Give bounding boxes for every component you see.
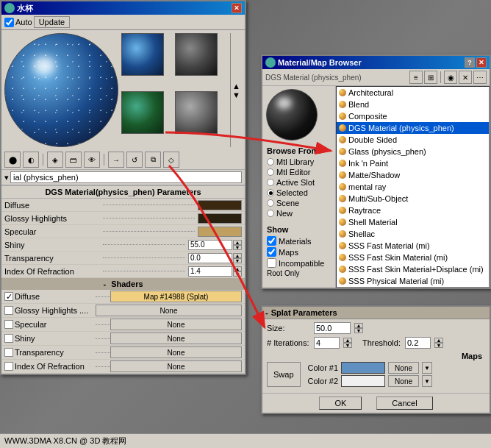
param-value-transparency[interactable]: 0.0 bbox=[188, 253, 232, 263]
list-item-sss-physical[interactable]: SSS Physical Material (mi) bbox=[337, 275, 489, 287]
backlight-btn[interactable]: ◐ bbox=[23, 152, 39, 168]
browser-list-btn[interactable]: ≡ bbox=[409, 71, 423, 84]
browse-from-section: Browse From: Mtl Library Mtl Editor Acti… bbox=[262, 143, 335, 222]
scroll-arrow-up[interactable]: ▲ bbox=[232, 82, 240, 90]
mat-thumb-3[interactable] bbox=[121, 91, 164, 134]
list-item-glass[interactable]: Glass (physics_phen) bbox=[337, 146, 489, 157]
shader-map-specular[interactable]: None bbox=[110, 319, 242, 330]
shader-map-diffuse[interactable]: Map #14988 (Splat) bbox=[110, 291, 242, 302]
thumb-scrollbar[interactable]: ▲ ▼ bbox=[230, 33, 242, 147]
list-item-sss-fast[interactable]: SSS Fast Material (mi) bbox=[337, 240, 489, 252]
color1-swatch[interactable] bbox=[341, 362, 385, 374]
shader-check-glossy[interactable] bbox=[4, 306, 13, 315]
browser-color-btn[interactable]: ◉ bbox=[444, 71, 457, 84]
mat-thumb-2[interactable] bbox=[175, 33, 218, 76]
sample-type-btn[interactable]: ⬤ bbox=[4, 152, 21, 168]
shader-map-glossy[interactable]: None bbox=[96, 305, 242, 316]
list-item-architectural[interactable]: Architectural bbox=[337, 87, 489, 99]
list-item-matte[interactable]: Matte/Shadow bbox=[337, 169, 489, 181]
reset-btn[interactable]: ↺ bbox=[126, 152, 143, 168]
make-unique-btn[interactable]: ◇ bbox=[163, 152, 179, 168]
browser-close-btn[interactable]: ✕ bbox=[476, 57, 487, 68]
shader-check-transparency[interactable] bbox=[4, 348, 13, 357]
splat-collapse-btn[interactable]: - bbox=[265, 308, 268, 317]
transparency-up[interactable]: ▲ bbox=[233, 253, 242, 258]
list-item-double-sided[interactable]: Double Sided bbox=[337, 134, 489, 146]
material-btn[interactable]: ◈ bbox=[47, 152, 63, 168]
param-value-glossy[interactable] bbox=[198, 213, 242, 224]
splat-threshold-input[interactable] bbox=[405, 337, 431, 349]
list-item-blend[interactable]: Blend bbox=[337, 99, 489, 110]
shaders-minus[interactable]: - bbox=[103, 280, 106, 288]
auto-checkbox[interactable] bbox=[4, 18, 14, 27]
list-item-composite[interactable]: Composite bbox=[337, 110, 489, 122]
show-materials-check[interactable] bbox=[267, 236, 276, 246]
radio-active-slot[interactable]: Active Slot bbox=[267, 178, 331, 187]
map-btn[interactable]: 🗃 bbox=[65, 152, 82, 168]
ok-button[interactable]: OK bbox=[319, 397, 362, 410]
close-button[interactable]: ✕ bbox=[232, 3, 242, 13]
ior-down[interactable]: ▼ bbox=[233, 271, 242, 277]
show-maps-check[interactable] bbox=[267, 247, 276, 257]
cancel-button[interactable]: Cancel bbox=[376, 397, 432, 410]
list-item-multi[interactable]: Multi/Sub-Object bbox=[337, 193, 489, 205]
swap-button[interactable]: Swap bbox=[267, 362, 301, 387]
radio-scene[interactable]: Scene bbox=[267, 199, 331, 207]
browser-del-btn[interactable]: ✕ bbox=[459, 71, 472, 84]
param-value-ior[interactable]: 1.4 bbox=[188, 266, 232, 277]
shader-check-ior[interactable] bbox=[4, 362, 13, 371]
splat-threshold-down[interactable]: ▼ bbox=[434, 343, 443, 348]
shader-check-specular[interactable] bbox=[4, 320, 13, 329]
splat-iter-down[interactable]: ▼ bbox=[343, 343, 352, 348]
list-item-mental-ray[interactable]: mental ray bbox=[337, 181, 489, 193]
copy-btn[interactable]: ⧉ bbox=[145, 152, 161, 168]
update-button[interactable]: Update bbox=[34, 16, 70, 28]
splat-threshold-up[interactable]: ▲ bbox=[434, 338, 443, 343]
splat-size-input[interactable] bbox=[314, 322, 351, 334]
param-value-specular[interactable] bbox=[198, 227, 242, 237]
color1-dropdown[interactable]: ▼ bbox=[422, 362, 432, 374]
list-item-sss-displace[interactable]: SSS Fast Skin Material+Displace (mi) bbox=[337, 263, 489, 275]
mat-thumb-1[interactable] bbox=[121, 33, 164, 76]
splat-size-down[interactable]: ▼ bbox=[354, 328, 363, 333]
transparency-down[interactable]: ▼ bbox=[233, 258, 242, 263]
color2-swatch[interactable] bbox=[341, 375, 385, 387]
browser-more-btn[interactable]: ⋯ bbox=[473, 71, 487, 84]
list-item-shell[interactable]: Shell Material bbox=[337, 216, 489, 228]
mat-sphere-large[interactable] bbox=[4, 33, 118, 147]
assign-btn[interactable]: → bbox=[108, 152, 124, 168]
color2-dropdown[interactable]: ▼ bbox=[422, 375, 432, 387]
list-item-sss-skin[interactable]: SSS Fast Skin Material (mi) bbox=[337, 252, 489, 263]
splat-iter-input[interactable] bbox=[314, 337, 340, 349]
ior-up[interactable]: ▲ bbox=[233, 266, 242, 271]
splat-size-up[interactable]: ▲ bbox=[354, 323, 363, 328]
param-value-diffuse[interactable] bbox=[198, 200, 242, 210]
browser-title: Material/Map Browser bbox=[278, 58, 362, 67]
list-item-raytrace[interactable]: Raytrace bbox=[337, 205, 489, 216]
show-incompatible-check[interactable] bbox=[267, 258, 276, 268]
radio-new[interactable]: New bbox=[267, 209, 331, 218]
color1-map-btn[interactable]: None bbox=[388, 362, 419, 374]
shader-check-diffuse[interactable]: ✓ bbox=[4, 292, 13, 301]
show-map-btn[interactable]: 👁 bbox=[84, 152, 100, 168]
mat-name-dropdown[interactable]: ial (physics_phen) bbox=[10, 171, 242, 183]
list-item-ink[interactable]: Ink 'n Paint bbox=[337, 157, 489, 169]
shader-map-shiny[interactable]: None bbox=[110, 333, 242, 344]
shader-map-transparency[interactable]: None bbox=[110, 346, 242, 358]
radio-mtl-library[interactable]: Mtl Library bbox=[267, 157, 331, 166]
color2-map-btn[interactable]: None bbox=[388, 375, 419, 387]
splat-iter-up[interactable]: ▲ bbox=[343, 338, 352, 343]
list-item-dgs[interactable]: DGS Material (physics_phen) bbox=[337, 122, 489, 134]
scroll-arrow-down[interactable]: ▼ bbox=[232, 90, 240, 99]
mat-thumb-4[interactable] bbox=[175, 91, 218, 134]
shader-map-ior[interactable]: None bbox=[110, 360, 242, 372]
list-item-shellac[interactable]: Shellac bbox=[337, 228, 489, 240]
browser-icon-btn[interactable]: ⊞ bbox=[424, 71, 437, 84]
shiny-down[interactable]: ▼ bbox=[233, 245, 242, 250]
radio-selected[interactable]: Selected bbox=[267, 188, 331, 197]
radio-mtl-editor[interactable]: Mtl Editor bbox=[267, 168, 331, 177]
param-value-shiny[interactable]: 55.0 bbox=[188, 240, 232, 250]
shader-check-shiny[interactable] bbox=[4, 334, 13, 343]
browser-help-btn[interactable]: ? bbox=[465, 57, 475, 68]
shiny-up[interactable]: ▲ bbox=[233, 240, 242, 245]
